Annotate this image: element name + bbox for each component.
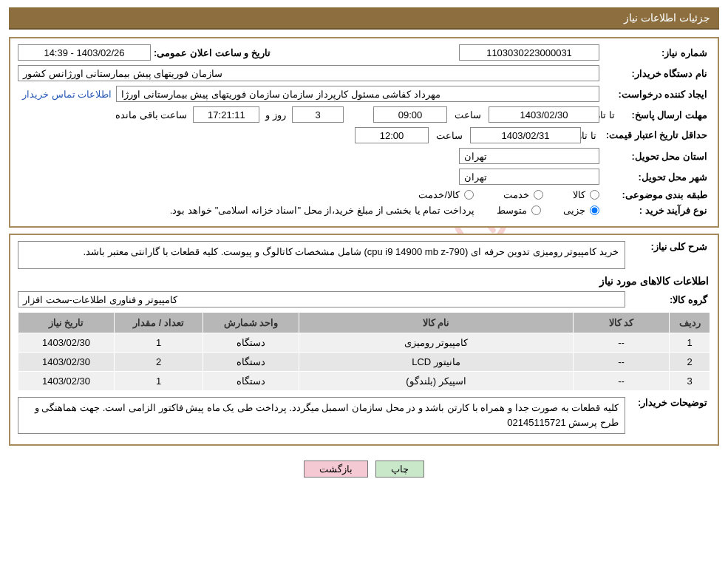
cell-row: 3	[670, 372, 710, 391]
th-date: تاریخ نیاز	[18, 313, 115, 333]
cell-unit: دستگاه	[203, 372, 299, 391]
price-validity-date: 1403/02/31	[470, 127, 581, 143]
need-desc-label: شرح کلی نیاز:	[625, 241, 710, 252]
price-validity-label: حداقل تاریخ اعتبار قیمت:	[599, 129, 710, 141]
until-date-label-2: تا تاریخ:	[581, 130, 599, 141]
announce-dt-value: 1403/02/26 - 14:39	[18, 44, 151, 61]
buyer-org-value: سازمان فوریتهای پیش بیمارستانی اورژانس ک…	[18, 65, 599, 81]
hour-label-1: ساعت	[447, 109, 489, 120]
th-unit: واحد شمارش	[203, 313, 299, 333]
province-label: استان محل تحویل:	[599, 151, 710, 162]
cell-unit: دستگاه	[203, 333, 299, 353]
cell-code: --	[574, 372, 670, 391]
cell-date: 1403/02/30	[18, 372, 115, 391]
category-goods-service[interactable]: کالا/خدمت	[418, 189, 474, 200]
buyer-contact-link[interactable]: اطلاعات تماس خریدار	[18, 89, 116, 100]
goods-group-label: گروه کالا:	[625, 294, 710, 305]
need-no-label: شماره نیاز:	[599, 47, 710, 58]
cell-code: --	[574, 333, 670, 353]
process-minor[interactable]: جزیی	[563, 205, 599, 216]
deadline-label: مهلت ارسال پاسخ:	[618, 109, 710, 120]
items-info-title: اطلاعات کالاهای مورد نیاز	[19, 275, 709, 287]
process-medium[interactable]: متوسط	[497, 205, 541, 216]
table-row: 1--کامپیوتر رومیزیدستگاه11403/02/30	[18, 333, 710, 353]
print-button[interactable]: چاپ	[375, 461, 424, 478]
deadline-date: 1403/02/30	[489, 106, 599, 123]
days-and-label: روز و	[259, 109, 292, 120]
cell-date: 1403/02/30	[18, 333, 115, 353]
cell-name: کامپیوتر رومیزی	[299, 333, 574, 353]
cell-name: مانیتور LCD	[299, 353, 574, 372]
category-goods[interactable]: کالا	[573, 189, 599, 200]
buyer-notes-value: کلیه قطعات به صورت جدا و همراه با کارتن …	[18, 397, 625, 434]
buyer-org-label: نام دستگاه خریدار:	[599, 68, 710, 79]
price-validity-time: 12:00	[355, 127, 429, 143]
items-table: ردیف کد کالا نام کالا واحد شمارش تعداد /…	[18, 312, 710, 391]
requester-value: مهرداد کفاشی مسئول کارپرداز سازمان سازما…	[116, 86, 599, 102]
need-no-value: 1103030223000031	[459, 44, 599, 61]
hour-label-2: ساعت	[429, 130, 470, 141]
cell-qty: 1	[115, 372, 203, 391]
button-bar: چاپ بازگشت	[9, 452, 719, 486]
table-row: 3--اسپیکر (بلندگو)دستگاه11403/02/30	[18, 372, 710, 391]
category-service[interactable]: خدمت	[503, 189, 543, 200]
category-label: طبقه بندی موضوعی:	[599, 189, 710, 200]
payment-note: پرداخت تمام یا بخشی از مبلغ خرید،از محل …	[170, 205, 474, 216]
th-row: ردیف	[670, 313, 710, 333]
goods-group-value: کامپیوتر و فناوری اطلاعات-سخت افزار	[18, 291, 625, 308]
cell-qty: 1	[115, 333, 203, 353]
need-desc-value: خرید کامپیوتر رومیزی تدوین حرفه ای (cpu …	[18, 241, 625, 269]
th-qty: تعداد / مقدار	[115, 313, 203, 333]
remaining-label: ساعت باقی مانده	[109, 109, 193, 120]
remaining-clock: 17:21:11	[193, 106, 259, 123]
city-value: تهران	[459, 169, 599, 185]
cell-row: 1	[670, 333, 710, 353]
deadline-time: 09:00	[373, 106, 447, 123]
buyer-notes-label: توضیحات خریدار:	[625, 397, 710, 408]
th-name: نام کالا	[299, 313, 574, 333]
remaining-days: 3	[292, 106, 344, 123]
requester-label: ایجاد کننده درخواست:	[599, 89, 710, 100]
th-code: کد کالا	[574, 313, 670, 333]
cell-code: --	[574, 353, 670, 372]
need-panel: شرح کلی نیاز: خرید کامپیوتر رومیزی تدوین…	[9, 234, 719, 446]
cell-unit: دستگاه	[203, 353, 299, 372]
details-panel: شماره نیاز: 1103030223000031 تاریخ و ساع…	[9, 37, 719, 228]
page-title: جزئیات اطلاعات نیاز	[9, 7, 719, 30]
cell-qty: 2	[115, 353, 203, 372]
cell-date: 1403/02/30	[18, 353, 115, 372]
process-type-label: نوع فرآیند خرید :	[599, 205, 710, 216]
cell-name: اسپیکر (بلندگو)	[299, 372, 574, 391]
until-date-label-1: تا تاریخ:	[599, 109, 618, 120]
province-value: تهران	[459, 148, 599, 164]
table-row: 2--مانیتور LCDدستگاه21403/02/30	[18, 353, 710, 372]
city-label: شهر محل تحویل:	[599, 171, 710, 183]
announce-dt-label: تاریخ و ساعت اعلان عمومی:	[151, 47, 273, 58]
cell-row: 2	[670, 353, 710, 372]
back-button[interactable]: بازگشت	[304, 461, 368, 478]
